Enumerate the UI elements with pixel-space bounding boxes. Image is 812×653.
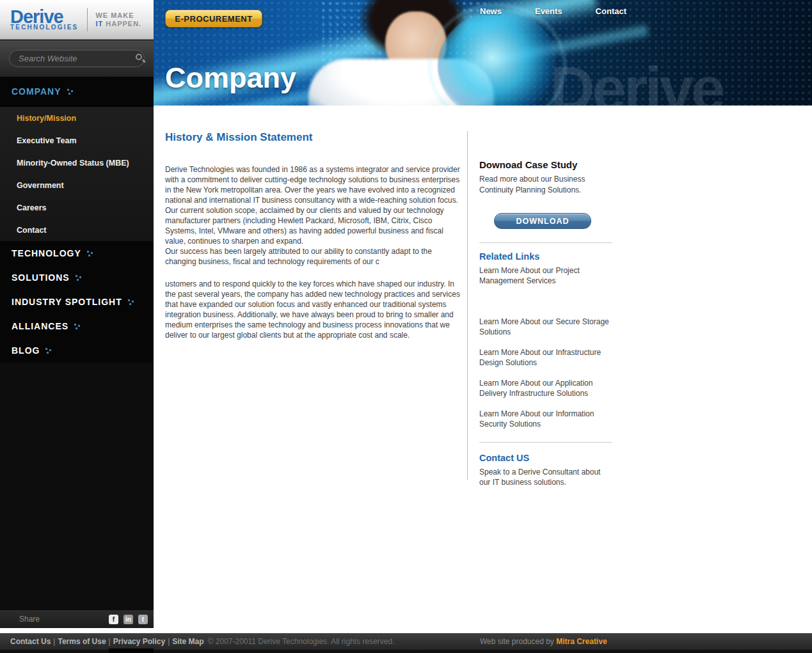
aside-divider — [479, 442, 612, 443]
main-column: History & Mission Statement Derive Techn… — [165, 131, 461, 340]
produced-by: Web site produced by Mitra Creative — [480, 637, 607, 646]
dots-icon — [87, 250, 93, 256]
twitter-icon[interactable]: t — [138, 615, 148, 624]
share-row: Share f in t — [0, 610, 154, 628]
related-link-application-delivery[interactable]: Learn More About our Application Deliver… — [479, 378, 614, 398]
download-button[interactable]: DOWNLOAD — [494, 213, 591, 229]
logo-wordmark: Derive — [10, 8, 78, 25]
search-strip — [0, 40, 154, 77]
dots-icon — [76, 274, 82, 281]
page-title: Company — [165, 61, 296, 95]
footer-link-site-map[interactable]: Site Map — [172, 637, 203, 646]
linkedin-icon[interactable]: in — [123, 615, 133, 624]
nav-link-news[interactable]: News — [480, 6, 502, 16]
download-case-study-text: Read more about our Business Continuity … — [479, 174, 614, 195]
sidebar-item-company[interactable]: COMPANY — [0, 77, 154, 106]
company-submenu: History/Mission Executive Team Minority-… — [0, 106, 154, 241]
related-link-project-management[interactable]: Learn More About our Project Management … — [479, 265, 614, 286]
aside-divider — [479, 242, 612, 243]
sidebar-item-industry-spotlight[interactable]: INDUSTRY SPOTLIGHT — [0, 290, 154, 314]
body-paragraph: Derive Technologies was founded in 1986 … — [165, 164, 461, 246]
nav-link-contact[interactable]: Contact — [596, 6, 626, 16]
sidebar-item-label: BLOG — [12, 345, 40, 356]
section-heading: History & Mission Statement — [165, 131, 461, 144]
facebook-icon[interactable]: f — [109, 615, 118, 624]
dots-icon — [128, 299, 134, 305]
sidebar-item-history-mission[interactable]: History/Mission — [0, 107, 154, 129]
footer-link-terms-of-use[interactable]: Terms of Use — [58, 637, 106, 646]
footer-links: Contact Us|Terms of Use|Privacy Policy|S… — [10, 637, 204, 646]
derive-logo[interactable]: Derive TECHNOLOGIES — [0, 8, 78, 31]
download-case-study-heading: Downoad Case Study — [479, 159, 614, 170]
search-icon[interactable] — [135, 53, 139, 65]
related-link-secure-storage[interactable]: Learn More About our Secure Storage Solu… — [479, 317, 614, 337]
sidebar-item-technology[interactable]: TECHNOLOGY — [0, 241, 154, 265]
related-links-heading: Related Links — [479, 251, 614, 262]
derive-watermark: Derive — [550, 54, 723, 106]
related-link-information-security[interactable]: Learn More About our Information Securit… — [479, 409, 614, 429]
brand-tagline: WE MAKE IT HAPPEN. — [95, 12, 141, 28]
dots-icon — [74, 323, 81, 329]
dots-icon — [45, 347, 52, 354]
content-area: History & Mission Statement Derive Techn… — [154, 106, 812, 628]
sidebar-item-careers[interactable]: Careers — [0, 196, 154, 219]
sidebar-item-label: COMPANY — [12, 86, 61, 97]
footer-link-contact-us[interactable]: Contact Us — [10, 637, 51, 646]
sidebar-menu: COMPANY History/Mission Executive Team M… — [0, 77, 154, 363]
contact-us-heading: Contact US — [479, 453, 614, 463]
column-divider — [467, 131, 468, 480]
sidebar-item-solutions[interactable]: SOLUTIONS — [0, 265, 154, 290]
logo-subtitle: TECHNOLOGIES — [10, 24, 78, 31]
sidebar-item-alliances[interactable]: ALLIANCES — [0, 314, 154, 338]
nav-link-events[interactable]: Events — [535, 6, 562, 16]
sidebar: Derive TECHNOLOGIES WE MAKE IT HAPPEN. C… — [0, 0, 154, 628]
search-input[interactable] — [10, 54, 135, 63]
top-nav: News Events Contact — [480, 6, 626, 16]
related-link-infrastructure-design[interactable]: Learn More About our Infrastructure Desi… — [479, 347, 614, 368]
bottom-tab — [109, 649, 154, 653]
sidebar-item-minority-owned-status[interactable]: Minority-Owned Status (MBE) — [0, 152, 154, 174]
contact-us-text: Speak to a Derive Consultant about our I… — [479, 467, 614, 487]
sidebar-item-label: SOLUTIONS — [12, 272, 70, 283]
share-label: Share — [19, 615, 40, 624]
sidebar-item-government[interactable]: Government — [0, 174, 154, 196]
footer-bar: Contact Us|Terms of Use|Privacy Policy|S… — [0, 633, 812, 650]
sidebar-item-contact[interactable]: Contact — [0, 219, 154, 241]
logo-strip: Derive TECHNOLOGIES WE MAKE IT HAPPEN. — [0, 0, 154, 40]
footer-gap — [0, 628, 812, 633]
footer-link-privacy-policy[interactable]: Privacy Policy — [113, 637, 165, 646]
sidebar-item-executive-team[interactable]: Executive Team — [0, 129, 154, 152]
aside-column: Downoad Case Study Read more about our B… — [479, 131, 614, 487]
sidebar-item-label: TECHNOLOGY — [12, 248, 81, 258]
sidebar-item-blog[interactable]: BLOG — [0, 338, 154, 363]
producer-link[interactable]: Mitra Creative — [556, 637, 607, 646]
body-paragraph: Our success has been largely attributed … — [165, 246, 461, 267]
sidebar-item-label: ALLIANCES — [12, 321, 68, 331]
sidebar-item-label: INDUSTRY SPOTLIGHT — [12, 297, 122, 307]
copyright-text: © 2007-20011 Derive Technologies. All ri… — [208, 637, 395, 646]
search-box — [9, 50, 145, 67]
dots-icon — [67, 88, 74, 95]
page: Derive TECHNOLOGIES WE MAKE IT HAPPEN. C… — [0, 0, 812, 653]
body-paragraph: ustomers and to respond quickly to the k… — [165, 279, 461, 340]
hero-banner: Derive E-PROCUREMENT News Events Contact… — [154, 0, 812, 106]
e-procurement-button[interactable]: E-PROCUREMENT — [165, 10, 262, 28]
logo-divider — [87, 8, 88, 31]
